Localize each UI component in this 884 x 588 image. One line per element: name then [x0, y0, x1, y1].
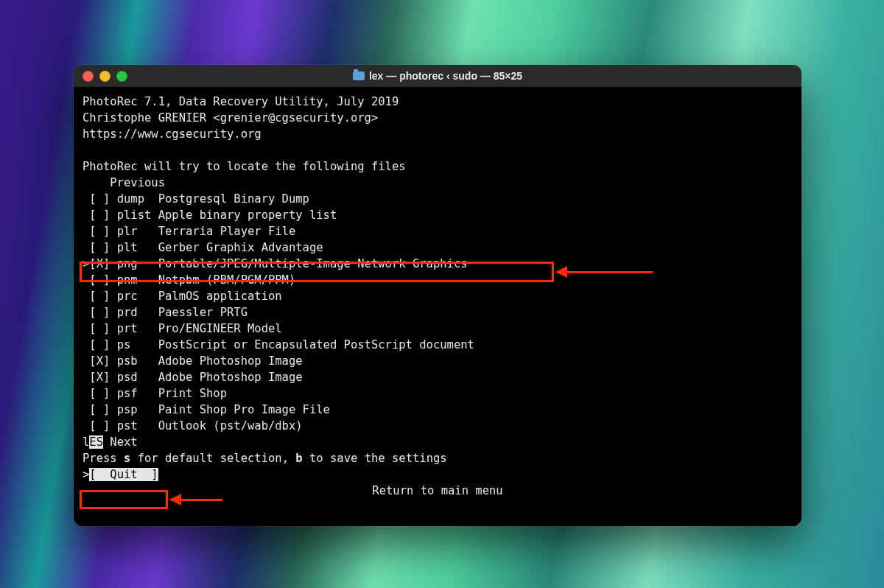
- close-icon[interactable]: [83, 71, 94, 82]
- traffic-lights: [83, 71, 127, 82]
- terminal-window: lex — photorec ‹ sudo — 85×25 PhotoRec 7…: [74, 65, 801, 526]
- terminal-content[interactable]: PhotoRec 7.1, Data Recovery Utility, Jul…: [83, 94, 793, 499]
- minimize-icon[interactable]: [99, 71, 110, 82]
- window-title-text: lex — photorec ‹ sudo — 85×25: [369, 70, 522, 82]
- maximize-icon[interactable]: [116, 71, 127, 82]
- folder-icon: [353, 71, 365, 80]
- terminal-body[interactable]: PhotoRec 7.1, Data Recovery Utility, Jul…: [74, 88, 801, 526]
- titlebar: lex — photorec ‹ sudo — 85×25: [74, 65, 801, 88]
- window-title: lex — photorec ‹ sudo — 85×25: [74, 70, 801, 82]
